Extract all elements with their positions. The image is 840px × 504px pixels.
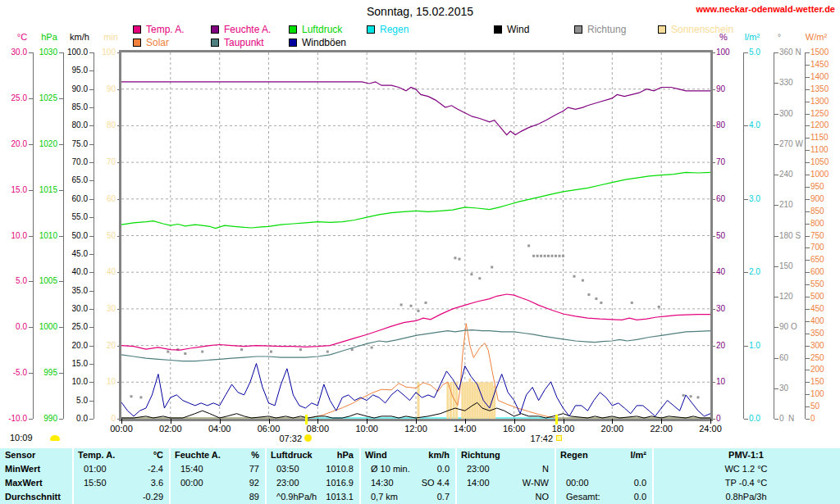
dot-richtung — [326, 351, 329, 353]
x-tick-label: 16:00 — [498, 424, 531, 434]
dot-richtung — [573, 275, 576, 278]
dot-richtung — [167, 351, 169, 353]
dot-richtung — [697, 396, 700, 398]
table-cell-value: 0.0 — [359, 464, 450, 474]
wm2-tick-mark — [806, 321, 810, 322]
wm2-tick-mark — [806, 224, 810, 225]
deg-tick-mark — [774, 419, 778, 420]
table-cell-value: 0.7 — [359, 492, 450, 502]
table-cell-value: 0.0 — [555, 478, 646, 488]
wm2-tick-label: 200 — [810, 366, 840, 374]
wm2-tick-label: 750 — [810, 232, 840, 240]
wm2-tick-mark — [806, 125, 810, 126]
table-row-header: Durchschnitt — [5, 492, 61, 502]
table-cell-value: 1013.1 — [265, 492, 354, 502]
dot-richtung — [582, 279, 584, 282]
dot-richtung — [544, 255, 546, 257]
dot-richtung — [559, 255, 561, 257]
sunrise-marker — [305, 415, 308, 425]
kmh-tick-label: 65.0 — [39, 176, 88, 184]
wm2-tick-mark — [806, 419, 810, 420]
pmv-title: PMV-1:1 — [652, 450, 840, 461]
wm2-tick-label: 700 — [810, 243, 840, 252]
wm2-tick-label: 1150 — [810, 134, 840, 142]
kmh-tick-mark — [89, 291, 94, 292]
wm2-tick-label: 1100 — [810, 146, 840, 154]
dot-richtung — [400, 303, 403, 306]
wm2-tick-label: 450 — [810, 305, 840, 313]
x-tick-label: 18:00 — [547, 424, 580, 434]
wm2-tick-mark — [806, 65, 810, 66]
table-cell-value: 92 — [169, 478, 259, 488]
lm2-tick-mark — [744, 125, 748, 126]
min-tick-label: 90 — [66, 85, 116, 93]
table-col-unit: hPa — [265, 450, 354, 461]
wm2-tick-mark — [806, 187, 810, 188]
x-tick-label: 08:00 — [301, 424, 334, 434]
dot-richtung — [536, 255, 539, 257]
wm2-tick-label: 900 — [810, 195, 840, 203]
x-tick-label: 04:00 — [203, 424, 236, 434]
legend-item-label: Feuchte A. — [224, 25, 271, 34]
dot-richtung — [418, 310, 420, 312]
wm2-tick-mark — [806, 247, 810, 248]
sunset-marker — [555, 415, 558, 425]
series-temp — [121, 294, 710, 350]
bar-sonnenschein — [471, 382, 473, 419]
kmh-tick-label: 35.0 — [39, 287, 88, 295]
hpa-tick-label: 1025 — [8, 94, 57, 102]
min-tick-label: 70 — [66, 158, 116, 166]
bar-sonnenschein — [468, 379, 471, 419]
kmh-tick-label: 85.0 — [39, 103, 88, 111]
min-tick-label: 0 — [66, 415, 116, 423]
kmh-tick-label: 75.0 — [39, 140, 88, 148]
wm2-tick-mark — [806, 52, 810, 53]
hpa-tick-mark — [59, 98, 63, 99]
dot-richtung — [478, 277, 481, 279]
table-cell-value: SO 4.4 — [359, 478, 450, 488]
dot-richtung — [410, 305, 413, 307]
table-cell-value: 0.0 — [555, 492, 646, 502]
dot-richtung — [491, 266, 493, 269]
wm2-tick-label: 600 — [810, 268, 840, 276]
site-url-link[interactable]: www.neckar-odenwald-wetter.de — [696, 4, 835, 14]
table-cell-value: 1016.9 — [265, 478, 354, 488]
kmh-tick-mark — [89, 180, 94, 181]
wm2-tick-label: 1400 — [810, 73, 840, 81]
min-tick-label: 20 — [66, 342, 116, 350]
x-tick-label: 00:00 — [105, 424, 138, 434]
dot-richtung — [371, 347, 373, 349]
table-row-header: Sensor — [5, 450, 35, 461]
wm2-tick-label: 1200 — [810, 121, 840, 129]
deg-tick-mark — [774, 144, 778, 145]
dot-richtung — [587, 293, 590, 296]
wm2-tick-label: 1000 — [810, 170, 840, 179]
legend-color-box — [211, 25, 219, 34]
legend-item-label: Wind — [507, 25, 529, 34]
wm2-tick-mark — [806, 406, 810, 407]
dot-richtung — [532, 255, 535, 257]
pmv-line: 0.8hPa/3h — [652, 492, 840, 502]
kmh-tick-mark — [89, 401, 94, 402]
lm2-axis-line — [743, 52, 744, 419]
dot-richtung — [425, 302, 427, 304]
pct-tick-label: 70 — [716, 158, 765, 166]
dot-richtung — [600, 302, 602, 304]
dot-richtung — [551, 255, 554, 257]
x-tick-label: 22:00 — [645, 424, 678, 434]
day-length-sun-icon — [50, 435, 60, 441]
lm2-tick-mark — [744, 346, 748, 347]
wm2-tick-mark — [806, 199, 810, 200]
wm2-tick-label: 850 — [810, 207, 840, 216]
dot-richtung — [658, 306, 660, 308]
table-col-unit: °C — [72, 450, 163, 461]
kmh-tick-label: 25.0 — [39, 323, 88, 331]
wm2-tick-mark — [806, 358, 810, 359]
dot-richtung — [690, 395, 692, 397]
dot-richtung — [470, 273, 472, 275]
wm2-tick-mark — [806, 162, 810, 163]
wm2-tick-label: 500 — [810, 293, 840, 301]
kmh-tick-mark — [89, 254, 94, 255]
wm2-tick-mark — [806, 150, 810, 151]
table-col-header: Richtung — [461, 450, 500, 461]
